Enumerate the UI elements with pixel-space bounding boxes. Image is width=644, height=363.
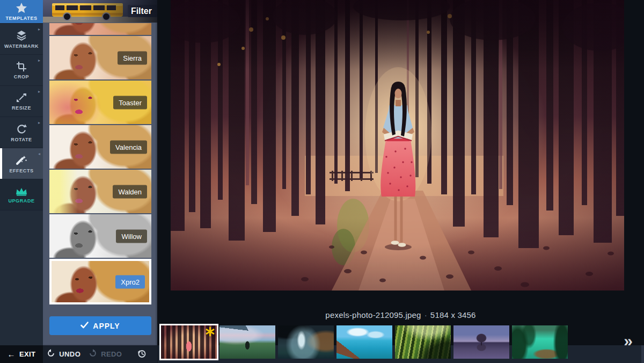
filter-label: Walden [113, 185, 147, 198]
filter-label: Willow [116, 229, 147, 243]
filter-panel-header: Filter [43, 0, 157, 23]
crown-icon [15, 186, 28, 196]
exit-button-label: EXIT [19, 350, 36, 358]
chevron-right-icon: ▸ [38, 90, 40, 94]
asterisk-badge-icon [205, 326, 215, 337]
history-controls: UNDO REDO [43, 345, 157, 363]
filter-label: Sierra [118, 51, 147, 64]
sidebar-item-rotate[interactable]: ▸ ROTATE [0, 117, 43, 148]
panel-title: Filter [131, 0, 152, 23]
sidebar-item-watermark[interactable]: ▸ WATERMARK [0, 24, 43, 55]
filmstrip-more-button[interactable]: » [624, 333, 631, 349]
filter-tile-partial[interactable] [49, 23, 151, 35]
filter-tile-willow[interactable]: Willow [49, 214, 151, 258]
filter-panel: Filter Sierra Toaster Valencia Walden [43, 0, 157, 345]
rotate-icon [16, 123, 27, 135]
image-file-info: pexels-photo-212095.jpeg·5184 x 3456 [157, 310, 644, 320]
filter-label: Valencia [110, 140, 147, 154]
thumbnail-rice-terraces[interactable] [395, 325, 451, 359]
scrollbar-thumb[interactable] [641, 345, 644, 363]
thumbnail-turquoise-lake[interactable] [512, 325, 568, 359]
chevron-right-icon: ▸ [38, 121, 40, 125]
sidebar-item-label: WATERMARK [4, 43, 39, 49]
undo-button-label: UNDO [59, 350, 80, 358]
filter-tile-xpro2[interactable]: Xpro2 [49, 259, 151, 304]
filter-tile-toaster[interactable]: Toaster [49, 81, 151, 124]
sidebar-item-upgrade[interactable]: UPGRADE [0, 179, 43, 210]
apply-button[interactable]: APPLY [49, 316, 151, 335]
filter-tile-valencia[interactable]: Valencia [49, 125, 151, 169]
redo-button[interactable]: REDO [85, 345, 127, 363]
sidebar-item-crop[interactable]: ▸ CROP [0, 55, 43, 86]
chevron-right-icon: ▸ [38, 59, 40, 63]
redo-icon [89, 349, 97, 359]
photo-editor-app: TEMPLATES ▸ WATERMARK ▸ CROP ▸ RESIZE ▸ [0, 0, 644, 363]
sidebar-item-templates[interactable]: TEMPLATES [0, 0, 43, 24]
star-icon [16, 3, 27, 13]
check-icon [80, 322, 89, 330]
separator-dot: · [425, 310, 427, 320]
arrow-left-icon: ← [8, 350, 16, 359]
canvas-area: pexels-photo-212095.jpeg·5184 x 3456 [157, 0, 644, 345]
thumbnail-ocean-pier[interactable] [336, 325, 392, 359]
history-clock-icon [137, 349, 147, 360]
sidebar-item-label: EFFECTS [9, 168, 33, 173]
canvas-image[interactable] [171, 0, 624, 291]
exit-button[interactable]: ← EXIT [0, 345, 43, 363]
chevron-left-icon: ◂ [38, 152, 40, 156]
crop-icon [16, 61, 27, 72]
resize-icon [16, 92, 27, 103]
magic-wand-icon [15, 154, 28, 166]
sidebar-item-label: ROTATE [11, 137, 32, 142]
history-button[interactable] [126, 345, 157, 363]
redo-button-label: REDO [101, 350, 122, 358]
sidebar-item-label: UPGRADE [8, 198, 34, 204]
sidebar-item-effects[interactable]: ◂ EFFECTS [0, 148, 43, 179]
layers-icon [16, 30, 27, 41]
thumbnail-forest-woman[interactable] [161, 325, 217, 359]
thumbnail-lone-tree[interactable] [453, 325, 509, 359]
filter-label: Xpro2 [115, 275, 145, 288]
sidebar-item-resize[interactable]: ▸ RESIZE [0, 86, 43, 117]
filter-preview [49, 23, 151, 35]
filter-label: Toaster [113, 96, 147, 109]
sidebar-item-label: TEMPLATES [5, 16, 37, 21]
filter-list: Sierra Toaster Valencia Walden Willow Xp… [43, 23, 157, 304]
sidebar: TEMPLATES ▸ WATERMARK ▸ CROP ▸ RESIZE ▸ [0, 0, 43, 345]
apply-button-label: APPLY [93, 322, 120, 330]
undo-button[interactable]: UNDO [43, 345, 85, 363]
image-dimensions: 5184 x 3456 [430, 310, 476, 320]
filter-tile-sierra[interactable]: Sierra [49, 36, 151, 79]
chevron-right-icon: ▸ [38, 27, 40, 32]
sidebar-item-label: CROP [14, 74, 29, 79]
sidebar-item-label: RESIZE [12, 105, 31, 111]
thumbnail-waterfall[interactable] [278, 325, 334, 359]
filmstrip [161, 325, 568, 359]
filter-tile-walden[interactable]: Walden [49, 170, 151, 213]
undo-icon [47, 349, 55, 359]
image-filename: pexels-photo-212095.jpeg [325, 310, 421, 320]
thumbnail-mountain-hiker[interactable] [219, 325, 275, 359]
